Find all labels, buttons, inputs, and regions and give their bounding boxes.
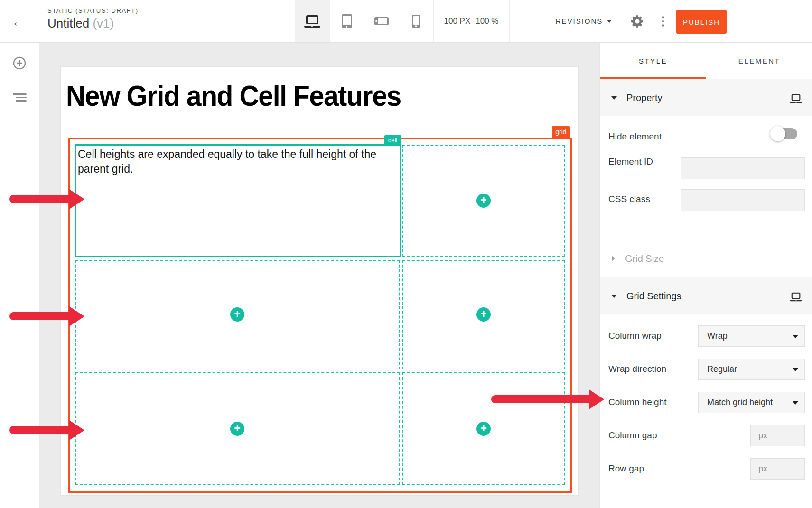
settings-gear-button[interactable] (630, 14, 645, 29)
row-gap-label: Row gap (608, 463, 644, 474)
plus-icon: + (480, 309, 486, 320)
page-canvas: New Grid and Cell Features grid cell Cel… (61, 67, 578, 495)
css-class-input[interactable] (681, 189, 805, 211)
inspector-tabbar: STYLE ELEMENT (600, 42, 812, 79)
gear-icon (630, 14, 645, 29)
mobile-portrait-icon (412, 15, 420, 28)
wrap-direction-select[interactable]: Regular (698, 359, 805, 380)
inspector-panel: STYLE ELEMENT Property Hide element Elem… (599, 42, 812, 508)
publish-button[interactable]: PUBLISH (676, 10, 727, 34)
add-cell-content-button[interactable]: + (230, 307, 244, 322)
cell-badge[interactable]: cell (384, 135, 401, 145)
divider (600, 240, 812, 240)
zoom-percent-value: 100 % (476, 17, 498, 26)
add-element-button[interactable] (13, 56, 26, 70)
zoom-indicator: 100 PX 100 % (433, 0, 509, 42)
add-cell-content-button[interactable]: + (476, 422, 491, 436)
plus-icon: + (234, 309, 240, 320)
kebab-icon (662, 16, 664, 18)
device-tab-desktop[interactable] (295, 0, 329, 42)
laptop-icon (304, 15, 321, 28)
chevron-down-icon (611, 96, 617, 100)
document-status-label: STATIC (STATUS: DRAFT) (47, 7, 139, 14)
tab-element[interactable]: ELEMENT (706, 42, 812, 79)
plus-icon: + (480, 423, 486, 434)
column-gap-label: Column gap (608, 430, 657, 441)
column-height-label: Column height (608, 397, 667, 407)
add-cell-content-button[interactable]: + (230, 422, 244, 436)
divider (622, 6, 622, 37)
section-header-grid-size[interactable]: Grid Size (600, 244, 812, 273)
revisions-menu[interactable]: REVISIONS (546, 0, 622, 42)
element-id-input[interactable] (681, 157, 805, 179)
more-menu-button[interactable] (659, 13, 667, 29)
chevron-down-icon (793, 401, 798, 405)
cell-text: Cell heights are expanded equally to tak… (76, 146, 400, 176)
toggle-knob (770, 126, 785, 141)
chevron-right-icon (612, 256, 615, 261)
top-toolbar: ← STATIC (STATUS: DRAFT) Untitled (v1) 1… (0, 0, 812, 43)
column-height-select[interactable]: Match grid height (698, 392, 805, 413)
tab-style[interactable]: STYLE (600, 42, 706, 79)
add-cell-content-button[interactable]: + (476, 194, 491, 208)
device-tab-mobile-portrait[interactable] (399, 0, 433, 42)
column-wrap-select[interactable]: Wrap (698, 325, 805, 347)
section-header-property[interactable]: Property (600, 79, 812, 116)
device-tab-mobile-landscape[interactable] (364, 0, 399, 42)
device-tab-tablet[interactable] (329, 0, 364, 42)
back-button[interactable]: ← (9, 12, 28, 31)
grid-badge[interactable]: grid (552, 126, 570, 138)
tablet-icon (342, 14, 352, 28)
document-version: (v1) (93, 16, 114, 30)
plus-icon: + (480, 195, 486, 206)
chevron-down-icon (793, 335, 798, 338)
hide-element-label: Hide element (608, 131, 662, 142)
outline-icon (13, 93, 27, 95)
column-wrap-label: Column wrap (608, 331, 662, 341)
hide-element-toggle[interactable] (770, 127, 799, 142)
section-header-grid-settings[interactable]: Grid Settings (600, 277, 812, 314)
divider (37, 6, 37, 37)
row-gap-input[interactable] (750, 458, 805, 480)
chevron-down-icon (611, 295, 617, 298)
plus-icon: + (234, 423, 240, 434)
divider (509, 0, 510, 42)
back-arrow-icon: ← (12, 15, 25, 29)
responsive-laptop-icon[interactable] (790, 94, 802, 103)
document-title: Untitled (v1) (47, 16, 139, 31)
selected-cell[interactable]: Cell heights are expanded equally to tak… (75, 144, 401, 257)
page-title: New Grid and Cell Features (66, 79, 401, 112)
grid-element[interactable]: grid cell Cell heights are expanded equa… (68, 138, 572, 493)
left-toolbar (0, 42, 39, 508)
wrap-direction-label: Wrap direction (608, 364, 666, 374)
mobile-landscape-icon (374, 17, 389, 25)
chevron-down-icon (793, 368, 798, 371)
add-cell-content-button[interactable]: + (476, 307, 491, 322)
plus-circle-icon (13, 56, 26, 70)
css-class-label: CSS class (608, 194, 650, 204)
responsive-laptop-icon[interactable] (790, 293, 802, 302)
page-builder-window: ← STATIC (STATUS: DRAFT) Untitled (v1) 1… (0, 0, 812, 508)
column-gap-input[interactable] (750, 425, 805, 446)
element-id-label: Element ID (608, 157, 653, 167)
outline-tree-button[interactable] (13, 93, 27, 102)
document-info: STATIC (STATUS: DRAFT) Untitled (v1) (47, 7, 139, 31)
viewport-width-value: 100 PX (444, 17, 471, 26)
chevron-down-icon (607, 20, 612, 23)
